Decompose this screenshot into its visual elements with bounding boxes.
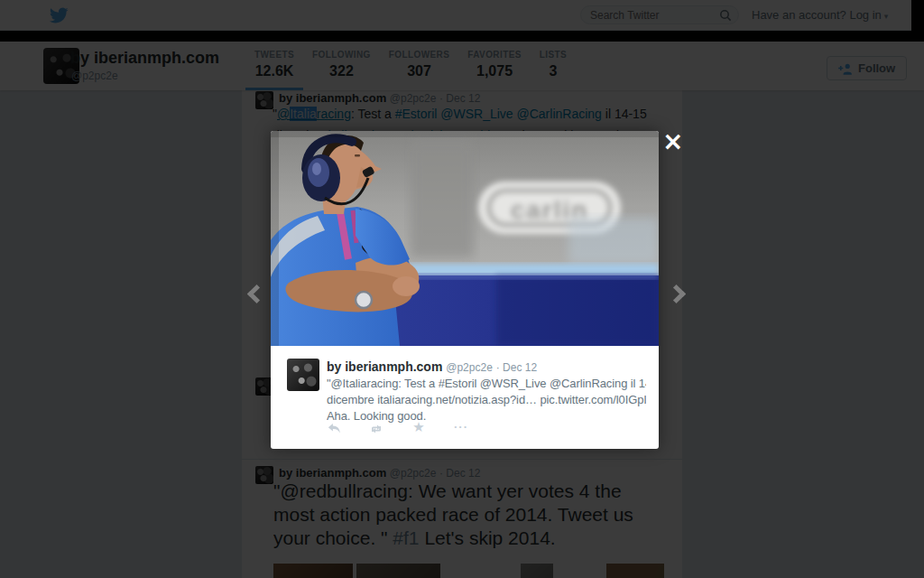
close-icon[interactable]: ×: [662, 129, 683, 154]
lightbox-tweet-text: "@Italiaracing: Test a #Estoril @WSR_Liv…: [327, 376, 646, 424]
retweet-icon[interactable]: [369, 422, 383, 438]
more-actions-icon[interactable]: ···: [454, 422, 468, 438]
tweet-timestamp[interactable]: · Dec 12: [496, 361, 537, 374]
tweet-handle: @p2pc2e: [446, 361, 493, 374]
twitter-profile-page: Have an account? Log in▾ by iberianmph.c…: [0, 0, 924, 578]
favorite-star-icon[interactable]: ★: [411, 422, 426, 438]
lightbox-tweet-header: by iberianmph.com @p2pc2e · Dec 12: [327, 359, 537, 374]
tweet-actions: ★ ···: [327, 422, 468, 438]
tweet-author[interactable]: by iberianmph.com: [327, 359, 442, 374]
lightbox-photo-image[interactable]: carlin: [271, 131, 659, 346]
photo-lightbox-modal: carlin: [271, 131, 659, 449]
lightbox-tweet-avatar[interactable]: [287, 359, 319, 391]
reply-icon[interactable]: [327, 422, 341, 438]
